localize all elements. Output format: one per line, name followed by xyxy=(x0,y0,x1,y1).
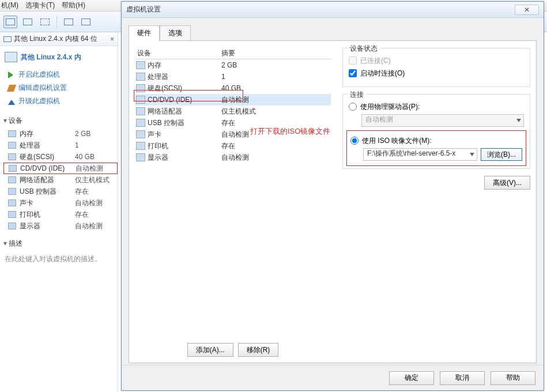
left-device-row[interactable]: 打印机存在 xyxy=(3,209,118,220)
device-name: 显示器 xyxy=(20,221,71,231)
iso-path-row: F:\操作系统\rhel-server-6.5-x 浏览(B)... xyxy=(363,148,522,161)
tab-options[interactable]: 选项 xyxy=(160,25,191,41)
vm-title-text: 其他 Linux 2.4.x 内 xyxy=(21,52,81,62)
radio-iso-row[interactable]: 使用 ISO 映像文件(M): xyxy=(350,134,522,147)
hardware-buttons: 添加(A)... 移除(R) xyxy=(135,343,331,357)
desc-placeholder[interactable]: 在此处键入对该虚拟机的描述。 xyxy=(0,251,118,267)
hw-icon xyxy=(136,61,145,69)
dialog-body: 硬件 选项 设备 摘要 内存2 GB处理器1硬盘(SCSI)40 GBCD/DV… xyxy=(129,25,537,361)
device-value: 自动检测 xyxy=(75,198,103,208)
action-upgrade-vm[interactable]: 升级此虚拟机 xyxy=(8,95,114,108)
toolbar-fullscreen[interactable] xyxy=(38,16,52,28)
device-icon xyxy=(8,211,16,218)
hw-name: CD/DVD (IDE) xyxy=(148,96,221,104)
checkbox-connect-on-start-label: 启动时连接(O) xyxy=(360,69,405,78)
group-connection: 连接 使用物理驱动器(P): 自动检测 使用 ISO 映像文件(M): xyxy=(342,94,530,169)
left-device-row[interactable]: 网络适配器仅主机模式 xyxy=(3,174,118,186)
hardware-row[interactable]: 打印机存在 xyxy=(135,140,331,152)
fullscreen-icon xyxy=(40,18,50,25)
action-edit-settings[interactable]: 编辑虚拟机设置 xyxy=(8,81,114,95)
toolbar-view1[interactable] xyxy=(3,16,17,28)
col-device: 设备 xyxy=(135,48,221,58)
left-device-row[interactable]: 内存2 GB xyxy=(3,128,118,140)
tab-hardware[interactable]: 硬件 xyxy=(129,25,160,41)
advanced-button[interactable]: 高级(V)... xyxy=(484,176,530,190)
action-power-on[interactable]: 开启此虚拟机 xyxy=(8,68,114,81)
ok-button[interactable]: 确定 xyxy=(389,371,434,385)
add-hardware-button[interactable]: 添加(A)... xyxy=(187,343,233,357)
hardware-row[interactable]: USB 控制器存在 xyxy=(135,117,331,129)
toolbar-snapshot[interactable] xyxy=(62,16,76,28)
hardware-list: 设备 摘要 内存2 GB处理器1硬盘(SCSI)40 GBCD/DVD (IDE… xyxy=(135,48,331,342)
vm-settings-dialog: 虚拟机设置 ✕ 硬件 选项 设备 摘要 内存2 GB处理器1硬盘(SCSI)40… xyxy=(121,1,544,391)
device-value: 40 GB xyxy=(75,153,95,161)
toolbar-view2[interactable] xyxy=(21,16,35,28)
device-name: USB 控制器 xyxy=(20,187,71,197)
hardware-row[interactable]: 硬盘(SCSI)40 GB xyxy=(135,82,331,94)
left-tab-title: 其他 Linux 2.4.x 内核 64 位 xyxy=(14,34,97,44)
menu-help[interactable]: 帮助(H) xyxy=(62,1,85,10)
tab-panel-hardware: 设备 摘要 内存2 GB处理器1硬盘(SCSI)40 GBCD/DVD (IDE… xyxy=(129,40,537,363)
hw-value: 40 GB xyxy=(221,84,331,92)
left-tab-close-icon[interactable]: × xyxy=(110,35,114,43)
hw-value: 自动检测 xyxy=(221,153,331,163)
menu-tabs[interactable]: 选项卡(T) xyxy=(25,1,55,10)
device-table: 内存2 GB处理器1硬盘(SCSI)40 GBCD/DVD (IDE)自动检测网… xyxy=(0,128,118,236)
left-pane: 其他 Linux 2.4.x 内核 64 位 × 其他 Linux 2.4.x … xyxy=(0,32,118,392)
hw-icon xyxy=(136,119,145,127)
hardware-row[interactable]: 处理器1 xyxy=(135,71,331,82)
hardware-row[interactable]: 声卡自动检测 xyxy=(135,129,331,140)
hardware-row[interactable]: 显示器自动检测 xyxy=(135,152,331,163)
hw-name: 显示器 xyxy=(148,153,221,163)
radio-use-iso[interactable] xyxy=(350,137,359,145)
left-device-row[interactable]: USB 控制器存在 xyxy=(3,186,118,197)
radio-physical-drive[interactable] xyxy=(349,103,357,111)
cancel-button[interactable]: 取消 xyxy=(440,371,485,385)
checkbox-connect-on-start[interactable] xyxy=(349,69,357,77)
dialog-titlebar[interactable]: 虚拟机设置 ✕ xyxy=(122,2,544,18)
device-value: 1 xyxy=(75,141,79,149)
device-value: 存在 xyxy=(75,187,89,197)
combo-iso-path[interactable]: F:\操作系统\rhel-server-6.5-x xyxy=(363,148,477,161)
section-desc-header[interactable]: 描述 xyxy=(0,236,118,251)
action-upgrade-label: 升级此虚拟机 xyxy=(18,96,60,106)
action-edit-label: 编辑虚拟机设置 xyxy=(18,83,67,93)
checkbox-connect-on-start-row[interactable]: 启动时连接(O) xyxy=(349,67,524,80)
section-devices-header[interactable]: 设备 xyxy=(0,114,118,128)
device-name: 声卡 xyxy=(20,198,71,208)
device-name: 处理器 xyxy=(20,141,71,150)
hardware-detail-pane: 设备状态 已连接(C) 启动时连接(O) 连接 使用物理驱动器(P): xyxy=(342,48,530,190)
hardware-row[interactable]: CD/DVD (IDE)自动检测 xyxy=(135,94,331,105)
device-icon xyxy=(9,165,17,172)
remove-hardware-button[interactable]: 移除(R) xyxy=(238,343,279,357)
hw-value: 存在 xyxy=(221,141,331,151)
highlight-iso-group: 使用 ISO 映像文件(M): F:\操作系统\rhel-server-6.5-… xyxy=(346,130,526,166)
left-device-row[interactable]: 声卡自动检测 xyxy=(3,197,118,209)
device-name: 网络适配器 xyxy=(20,175,71,185)
left-device-row[interactable]: 处理器1 xyxy=(3,140,118,151)
snapshot-icon xyxy=(64,18,73,25)
dialog-bottom-bar: 确定 取消 帮助 xyxy=(122,365,544,390)
wrench-icon xyxy=(7,85,16,92)
hw-icon xyxy=(136,153,145,161)
radio-physical-row[interactable]: 使用物理驱动器(P): xyxy=(349,100,524,113)
dialog-title: 虚拟机设置 xyxy=(126,5,161,14)
toolbar-separator xyxy=(56,16,57,28)
left-device-row[interactable]: 硬盘(SCSI)40 GB xyxy=(3,151,118,163)
vm-small-icon xyxy=(3,36,12,42)
hardware-row[interactable]: 内存2 GB xyxy=(135,59,331,71)
toolbar-drop[interactable] xyxy=(79,16,93,28)
browse-iso-button[interactable]: 浏览(B)... xyxy=(481,148,522,161)
hw-value: 1 xyxy=(221,73,331,81)
radio-iso-label: 使用 ISO 映像文件(M): xyxy=(362,136,432,146)
device-icon xyxy=(8,176,16,183)
dialog-close-button[interactable]: ✕ xyxy=(515,5,539,15)
left-tab-header[interactable]: 其他 Linux 2.4.x 内核 64 位 × xyxy=(0,32,118,46)
help-button[interactable]: 帮助 xyxy=(491,371,535,385)
left-device-row[interactable]: 显示器自动检测 xyxy=(3,220,118,232)
menu-vm[interactable]: 机(M) xyxy=(1,1,18,10)
device-name: 硬盘(SCSI) xyxy=(20,152,71,162)
hardware-row[interactable]: 网络适配器仅主机模式 xyxy=(135,105,331,117)
left-device-row[interactable]: CD/DVD (IDE)自动检测 xyxy=(3,163,118,174)
hw-value: 2 GB xyxy=(221,61,331,69)
